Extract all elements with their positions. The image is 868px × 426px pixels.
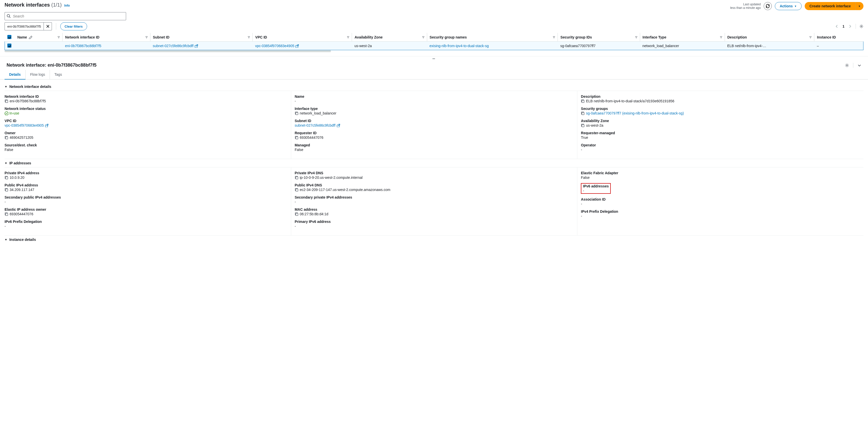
eni-link[interactable]: eni-0b7f3867bc88bf7f5 — [65, 44, 101, 48]
col-sgi[interactable]: Security group IDs — [560, 35, 592, 39]
col-iid[interactable]: Instance ID — [817, 35, 836, 39]
label-managed: Managed — [295, 143, 577, 147]
page-next[interactable] — [848, 24, 852, 28]
copy-icon[interactable] — [295, 176, 298, 179]
filter-token-text: eni-0b7f3867bc88bf7f5 — [5, 25, 43, 28]
col-az[interactable]: Availability Zone — [354, 35, 382, 39]
external-link-icon — [295, 44, 299, 48]
caret-down-icon: ▼ — [5, 238, 7, 241]
copy-icon[interactable] — [5, 136, 8, 139]
copy-icon[interactable] — [5, 212, 8, 216]
edit-icon[interactable] — [29, 35, 32, 39]
copy-icon[interactable] — [581, 112, 584, 115]
page-count: (1/1) — [52, 2, 62, 8]
tab-tags[interactable]: Tags — [50, 70, 67, 79]
copy-icon[interactable] — [295, 188, 298, 191]
cell-az: us-west-2a — [352, 41, 427, 50]
split-handle[interactable]: ═ — [432, 57, 436, 61]
tab-details[interactable]: Details — [5, 70, 26, 80]
copy-icon[interactable] — [5, 188, 8, 191]
label-secpub: Secondary public IPv4 addresses — [5, 195, 291, 199]
filter-token-remove[interactable] — [43, 23, 52, 30]
page-title: Network interfaces (1/1) — [5, 2, 62, 8]
gear-icon — [845, 63, 849, 67]
vpc-link-detail[interactable]: vpc-03854f970683e4905 — [5, 123, 44, 127]
copy-icon[interactable] — [295, 136, 298, 139]
value-secpub: - — [5, 200, 291, 204]
select-all-checkbox[interactable] — [7, 35, 11, 39]
copy-icon[interactable] — [581, 99, 584, 103]
create-network-interface-button[interactable]: Create network interface — [805, 2, 855, 10]
value-pubdns: ec2-34-209-117-147.us-west-2.compute.ama… — [300, 188, 391, 192]
value-itype: network_load_balancer — [300, 111, 337, 115]
copy-icon[interactable] — [295, 112, 298, 115]
info-link[interactable]: Info — [64, 4, 70, 7]
value-reqmanaged: True — [581, 135, 863, 140]
actions-button[interactable]: Actions ▼ — [775, 2, 801, 10]
sort-icon[interactable]: ▽ — [553, 36, 555, 38]
status-ok-icon — [5, 112, 8, 115]
label-sg: Security groups — [581, 106, 863, 111]
row-checkbox[interactable] — [7, 43, 11, 48]
table-settings-button[interactable] — [859, 24, 863, 28]
label-pipv6: Primary IPv6 address — [295, 220, 577, 224]
sort-icon[interactable]: ▽ — [809, 36, 811, 38]
subnet-link[interactable]: subnet-027c5fe86c9fcbdff — [153, 44, 193, 48]
label-az: Availability Zone — [581, 119, 863, 123]
label-operator: Operator — [581, 143, 863, 147]
copy-icon[interactable] — [295, 212, 298, 216]
sort-icon[interactable]: ▽ — [422, 36, 424, 38]
value-description: ELB net/nlb-from-ipv4-to-dual-stack/a7d1… — [586, 99, 674, 103]
tab-flow-logs[interactable]: Flow logs — [26, 70, 50, 79]
detail-settings-button[interactable] — [845, 63, 849, 67]
table-row[interactable]: eni-0b7f3867bc88bf7f5 subnet-027c5fe86c9… — [5, 41, 863, 50]
sort-icon[interactable]: ▽ — [58, 36, 60, 38]
detail-collapse-button[interactable] — [857, 63, 861, 67]
section-ip-addresses[interactable]: ▼ IP addresses — [5, 159, 863, 167]
refresh-button[interactable] — [764, 2, 772, 10]
page-prev[interactable] — [835, 24, 839, 28]
external-link-icon — [194, 44, 198, 48]
label-itype: Interface type — [295, 106, 577, 111]
value-sdc: False — [5, 148, 291, 152]
copy-icon[interactable] — [5, 176, 8, 179]
value-az: us-west-2a — [586, 123, 603, 127]
caret-down-icon: ▼ — [858, 5, 861, 8]
copy-icon[interactable] — [5, 99, 8, 103]
label-sdc: Source/dest. check — [5, 143, 291, 147]
vpc-link[interactable]: vpc-03854f970683e4905 — [255, 44, 294, 48]
value-owner: 469042571205 — [10, 135, 33, 140]
horizontal-scrollbar[interactable] — [5, 50, 863, 52]
label-pubdns: Public IPv4 DNS — [295, 183, 577, 187]
col-eni[interactable]: Network interface ID — [65, 35, 99, 39]
col-itype[interactable]: Interface Type — [643, 35, 666, 39]
col-subnet[interactable]: Subnet ID — [153, 35, 169, 39]
col-desc[interactable]: Description — [727, 35, 747, 39]
sg-link-detail[interactable]: sg-0afcaea7700797ff7 (exising-nlb-from-i… — [586, 111, 684, 115]
page-number: 1 — [842, 24, 844, 28]
sort-icon[interactable]: ▽ — [720, 36, 722, 38]
create-dropdown-button[interactable]: ▼ — [855, 2, 863, 10]
col-name[interactable]: Name — [18, 35, 27, 39]
search-input[interactable] — [5, 12, 126, 20]
sort-icon[interactable]: ▽ — [248, 36, 250, 38]
sort-icon[interactable]: ▽ — [635, 36, 637, 38]
col-vpc[interactable]: VPC ID — [255, 35, 267, 39]
value-operator: - — [581, 148, 863, 152]
copy-icon[interactable] — [581, 124, 584, 127]
label-eipo: Elastic IP address owner — [5, 207, 291, 211]
section-network-interface-details[interactable]: ▼ Network interface details — [5, 83, 863, 91]
col-sgn[interactable]: Security group names — [430, 35, 467, 39]
sort-icon[interactable]: ▽ — [347, 36, 349, 38]
label-requester: Requester ID — [295, 131, 577, 135]
value-priv4: 10.0.9.20 — [10, 176, 24, 180]
sort-icon[interactable]: ▽ — [146, 36, 148, 38]
sg-name-link[interactable]: exising-nlb-from-ipv4-to-dual-stack-sg — [429, 44, 489, 48]
divider — [56, 23, 56, 30]
value-pdns4: ip-10-0-9-20.us-west-2.compute.internal — [300, 176, 363, 180]
section-instance-details[interactable]: ▼ Instance details — [5, 236, 863, 244]
label-ipv6: IPv6 addresses — [583, 184, 609, 188]
status-badge: In-use — [5, 111, 19, 115]
subnet-link-detail[interactable]: subnet-027c5fe86c9fcbdff — [295, 123, 336, 127]
clear-filters-button[interactable]: Clear filters — [60, 22, 87, 30]
